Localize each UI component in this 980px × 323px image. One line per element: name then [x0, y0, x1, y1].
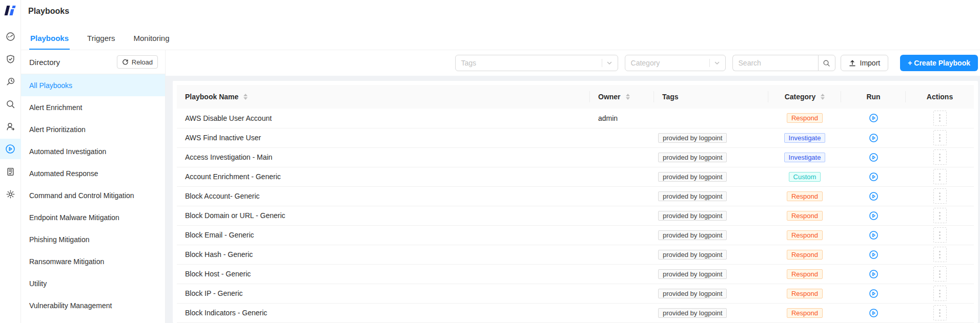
- playbooks-play-icon[interactable]: [0, 139, 21, 159]
- category-badge: Respond: [787, 230, 823, 240]
- run-playbook-button[interactable]: [869, 153, 879, 162]
- category-select[interactable]: Category: [625, 55, 726, 71]
- table-row[interactable]: Block Indicators - Genericprovided by lo…: [177, 303, 974, 322]
- row-actions-menu-button[interactable]: [933, 111, 947, 126]
- row-actions-menu-button[interactable]: [933, 286, 947, 301]
- search-input[interactable]: [732, 55, 818, 71]
- playbook-category: Respond: [768, 303, 841, 322]
- table-row[interactable]: Block IP - Genericprovided by logpointRe…: [177, 284, 974, 303]
- tags-placeholder: Tags: [461, 59, 598, 67]
- sorter-icon[interactable]: [243, 94, 248, 100]
- tag-chip: provided by logpoint: [658, 191, 727, 201]
- category-badge: Investigate: [784, 133, 826, 143]
- directory-item[interactable]: Command and Control Mitigation: [21, 184, 165, 206]
- category-badge: Investigate: [784, 153, 826, 162]
- tab-playbooks[interactable]: Playbooks: [29, 34, 70, 50]
- table-row[interactable]: Block Domain or URL - Genericprovided by…: [177, 206, 974, 225]
- playbook-owner: [590, 303, 654, 322]
- dashboard-icon[interactable]: [0, 26, 21, 47]
- sorter-icon[interactable]: [821, 94, 825, 100]
- table-row[interactable]: Access Investigation - Mainprovided by l…: [177, 147, 974, 167]
- playbook-category: Custom: [768, 167, 841, 186]
- column-header-name[interactable]: Playbook Name: [177, 85, 590, 109]
- playbook-tags: provided by logpoint: [654, 225, 768, 245]
- directory-item[interactable]: Endpoint Malware Mitigation: [21, 206, 165, 228]
- run-playbook-button[interactable]: [869, 113, 879, 123]
- directory-item[interactable]: Automated Response: [21, 162, 165, 184]
- directory-item[interactable]: Phishing Mitigation: [21, 228, 165, 250]
- table-row[interactable]: Block Email - Genericprovided by logpoin…: [177, 225, 974, 245]
- category-badge: Custom: [789, 172, 821, 182]
- run-cell: [841, 128, 906, 147]
- table-row[interactable]: Block Host - Genericprovided by logpoint…: [177, 264, 974, 284]
- import-label: Import: [860, 59, 881, 67]
- directory-item[interactable]: Automated Investigation: [21, 140, 165, 162]
- actions-cell: [906, 225, 974, 245]
- run-cell: [841, 147, 906, 167]
- run-playbook-button[interactable]: [869, 230, 879, 240]
- run-playbook-button[interactable]: [869, 133, 879, 143]
- table-row[interactable]: Account Enrichment - Genericprovided by …: [177, 167, 974, 186]
- create-playbook-button[interactable]: + Create Playbook: [900, 55, 978, 71]
- filter-bar: Tags Category: [166, 50, 980, 76]
- reload-button[interactable]: Reload: [117, 55, 158, 69]
- playbook-owner: [590, 264, 654, 284]
- row-actions-menu-button[interactable]: [933, 227, 947, 243]
- directory-item[interactable]: All Playbooks: [21, 74, 165, 96]
- run-playbook-button[interactable]: [869, 250, 879, 260]
- investigate-search-icon[interactable]: [0, 71, 21, 92]
- category-badge: Respond: [787, 211, 823, 221]
- playbook-tags: [654, 109, 768, 128]
- import-button[interactable]: Import: [841, 55, 889, 71]
- table-row[interactable]: Block Account- Genericprovided by logpoi…: [177, 186, 974, 206]
- row-actions-menu-button[interactable]: [933, 305, 947, 320]
- run-playbook-button[interactable]: [869, 211, 879, 221]
- row-actions-menu-button[interactable]: [933, 130, 947, 145]
- playbook-tags: provided by logpoint: [654, 245, 768, 264]
- run-playbook-button[interactable]: [869, 269, 879, 279]
- table-row[interactable]: Block Hash - Genericprovided by logpoint…: [177, 245, 974, 264]
- logpoint-logo: [4, 5, 16, 17]
- playbook-category: Investigate: [768, 128, 841, 147]
- shield-check-icon[interactable]: [0, 49, 21, 69]
- tags-select[interactable]: Tags: [455, 55, 618, 71]
- search-button[interactable]: [818, 55, 835, 71]
- table-row[interactable]: AWS Disable User AccountadminRespond: [177, 109, 974, 128]
- actions-cell: [906, 128, 974, 147]
- playbook-category: Respond: [768, 109, 841, 128]
- directory-item[interactable]: Alert Enrichment: [21, 96, 165, 118]
- settings-gear-icon[interactable]: [0, 184, 21, 204]
- row-actions-menu-button[interactable]: [933, 169, 947, 184]
- tag-chip: provided by logpoint: [658, 211, 727, 221]
- run-playbook-button[interactable]: [869, 308, 879, 318]
- directory-item[interactable]: Utility: [21, 272, 165, 294]
- report-icon[interactable]: [0, 161, 21, 182]
- category-badge: Respond: [787, 191, 823, 201]
- playbook-category: Respond: [768, 284, 841, 303]
- row-actions-menu-button[interactable]: [933, 149, 947, 165]
- column-header-tags: Tags: [654, 85, 768, 109]
- table-row[interactable]: AWS Find Inactive Userprovided by logpoi…: [177, 128, 974, 147]
- column-label: Owner: [598, 93, 621, 101]
- row-actions-menu-button[interactable]: [933, 266, 947, 282]
- sorter-icon[interactable]: [626, 94, 630, 100]
- row-actions-menu-button[interactable]: [933, 208, 947, 223]
- directory-item[interactable]: Vulnerability Management: [21, 294, 165, 316]
- user-switch-icon[interactable]: [0, 116, 21, 137]
- run-playbook-button[interactable]: [869, 191, 879, 201]
- actions-cell: [906, 206, 974, 225]
- playbook-tags: provided by logpoint: [654, 206, 768, 225]
- column-header-actions: Actions: [906, 85, 974, 109]
- run-playbook-button[interactable]: [869, 289, 879, 298]
- row-actions-menu-button[interactable]: [933, 247, 947, 262]
- column-header-category[interactable]: Category: [768, 85, 841, 109]
- search-icon[interactable]: [0, 94, 21, 114]
- run-playbook-button[interactable]: [869, 172, 879, 182]
- column-header-owner[interactable]: Owner: [590, 85, 654, 109]
- directory-item[interactable]: Ransomware Mitigation: [21, 250, 165, 272]
- select-separator: [709, 59, 710, 67]
- tab-triggers[interactable]: Triggers: [86, 34, 116, 50]
- directory-item[interactable]: Alert Prioritization: [21, 118, 165, 140]
- row-actions-menu-button[interactable]: [933, 188, 947, 204]
- tab-monitoring[interactable]: Monitoring: [133, 34, 171, 50]
